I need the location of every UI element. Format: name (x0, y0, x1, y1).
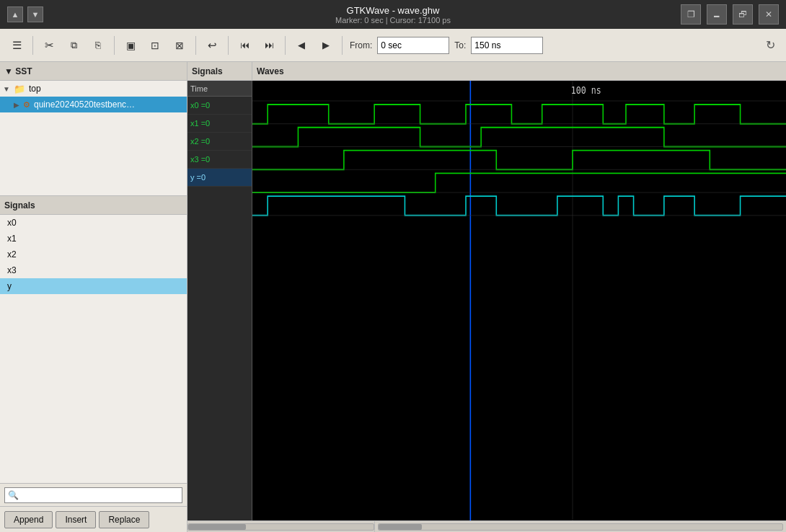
window-subtitle: Marker: 0 sec | Cursor: 17100 ps (335, 16, 451, 25)
wave-label-x1: x1 =0 (190, 119, 210, 128)
tree-item-top[interactable]: ▼ 📁 top (0, 81, 187, 97)
folder-icon: 📁 (14, 84, 25, 94)
toolbar-sep-5 (285, 36, 286, 55)
cut-button[interactable]: ✂ (38, 35, 60, 56)
wave-row-x0[interactable]: x0 =0 (187, 97, 252, 115)
right-scrollbar-thumb[interactable] (379, 524, 422, 530)
canvas-area[interactable]: 100 ns (252, 81, 786, 520)
signals-section: Signals x0 x1 x2 x3 y (0, 196, 187, 532)
last-button[interactable]: ⏭ (258, 35, 280, 56)
paste-button[interactable]: ⎘ (87, 35, 109, 56)
titlebar-left: ▲ ▼ (7, 6, 43, 22)
wave-label-x3: x3 =0 (190, 155, 210, 164)
right-scrollbar[interactable] (375, 521, 786, 532)
titlebar: ▲ ▼ GTKWave - wave.ghw Marker: 0 sec | C… (0, 0, 786, 29)
signals-label: Signals (4, 200, 35, 210)
titlebar-center: GTKWave - wave.ghw Marker: 0 sec | Curso… (335, 5, 451, 25)
signal-label-x0: x0 (7, 218, 17, 228)
wave-area: Time x0 =0 x1 =0 x2 =0 x3 =0 y =0 (187, 81, 786, 520)
wave-label-y: y =0 (190, 173, 206, 182)
minimize-button[interactable]: 🗕 (707, 4, 727, 25)
copy-button[interactable]: ⧉ (63, 35, 84, 56)
signal-label-x3: x3 (7, 265, 17, 275)
left-scrollbar-thumb[interactable] (188, 524, 246, 530)
signal-names-col: Time x0 =0 x1 =0 x2 =0 x3 =0 y =0 (187, 81, 252, 520)
signal-label-x1: x1 (7, 234, 17, 244)
svg-text:100 ns: 100 ns (571, 84, 601, 96)
toolbar-sep-3 (195, 36, 196, 55)
search-bar: 🔍 (0, 483, 187, 506)
signal-item-y[interactable]: y (0, 278, 187, 294)
toolbar-sep-1 (32, 36, 33, 55)
toolbar-sep-2 (114, 36, 115, 55)
time-row: Time (187, 81, 252, 97)
waves-header-row: Signals Waves (187, 62, 786, 81)
search-icon: 🔍 (8, 490, 19, 500)
module-icon: ⚙ (23, 100, 30, 110)
window-title: GTKWave - wave.ghw (335, 5, 451, 16)
time-label: Time (190, 84, 208, 93)
left-panel: ▼ SST ▼ 📁 top ▶ ⚙ quine20240520testbenc…… (0, 62, 187, 532)
chevron-right-icon: ▶ (14, 101, 19, 109)
sst-tree[interactable]: ▼ 📁 top ▶ ⚙ quine20240520testbenc… (0, 81, 187, 196)
wave-row-x2[interactable]: x2 =0 (187, 133, 252, 151)
wave-label-x0: x0 =0 (190, 101, 210, 110)
first-button[interactable]: ⏮ (234, 35, 255, 56)
search-input[interactable] (22, 490, 179, 500)
signal-item-x2[interactable]: x2 (0, 247, 187, 262)
wave-row-y[interactable]: y =0 (187, 169, 252, 187)
signals-list[interactable]: x0 x1 x2 x3 y (0, 215, 187, 483)
search-input-wrap[interactable]: 🔍 (4, 487, 182, 503)
signal-item-x0[interactable]: x0 (0, 215, 187, 231)
bottom-scrollbar-area (187, 520, 786, 532)
signals-col-label: Signals (192, 66, 223, 76)
append-button[interactable]: Append (4, 511, 53, 528)
sst-label: ▼ SST (4, 66, 32, 76)
sst-header: ▼ SST (0, 62, 187, 81)
to-label: To: (454, 40, 466, 50)
restore-window-button[interactable]: ❐ (681, 4, 701, 25)
chevron-down-icon: ▼ (3, 85, 10, 93)
main-layout: ▼ SST ▼ 📁 top ▶ ⚙ quine20240520testbenc…… (0, 62, 786, 532)
scroll-down-button[interactable]: ▼ (27, 6, 43, 22)
next-button[interactable]: ▶ (315, 35, 337, 56)
signals-header: Signals (0, 196, 187, 215)
maximize-button[interactable]: 🗗 (733, 4, 753, 25)
to-input[interactable] (471, 37, 543, 54)
tree-item-label: top (29, 84, 41, 94)
bottom-buttons: Append Insert Replace (0, 506, 187, 532)
wave-label-x2: x2 =0 (190, 137, 210, 146)
right-scrollbar-track[interactable] (378, 523, 783, 531)
signal-label-x2: x2 (7, 249, 17, 260)
signal-item-x3[interactable]: x3 (0, 262, 187, 278)
close-button[interactable]: ✕ (759, 4, 779, 25)
reload-button[interactable]: ↻ (760, 35, 780, 56)
zoom-fit-button[interactable]: ⊡ (144, 35, 166, 56)
wave-row-x1[interactable]: x1 =0 (187, 115, 252, 133)
toolbar: ☰ ✂ ⧉ ⎘ ▣ ⊡ ⊠ ↩ ⏮ ⏭ ◀ ▶ From: To: ↻ (0, 29, 786, 62)
select-all-button[interactable]: ▣ (120, 35, 141, 56)
signal-item-x1[interactable]: x1 (0, 231, 187, 247)
scroll-up-button[interactable]: ▲ (7, 6, 23, 22)
replace-button[interactable]: Replace (99, 511, 149, 528)
waves-col-label: Waves (257, 66, 284, 76)
wave-row-x3[interactable]: x3 =0 (187, 151, 252, 169)
right-panel: Signals Waves Time x0 =0 x1 =0 x2 =0 (187, 62, 786, 532)
zoom-area-button[interactable]: ⊠ (169, 35, 190, 56)
toolbar-sep-6 (342, 36, 343, 55)
menu-button[interactable]: ☰ (6, 35, 27, 56)
from-label: From: (350, 40, 372, 50)
undo-button[interactable]: ↩ (201, 35, 223, 56)
from-input[interactable] (377, 37, 449, 54)
waveform-canvas: 100 ns (252, 81, 786, 520)
toolbar-sep-4 (228, 36, 229, 55)
insert-button[interactable]: Insert (56, 511, 96, 528)
left-scrollbar-track[interactable] (187, 523, 374, 531)
left-scrollbar[interactable] (187, 521, 375, 532)
prev-button[interactable]: ◀ (291, 35, 312, 56)
tree-item-label-quine: quine20240520testbenc… (34, 99, 135, 110)
tree-item-quine[interactable]: ▶ ⚙ quine20240520testbenc… (0, 97, 187, 112)
window-controls: ❐ 🗕 🗗 ✕ (681, 4, 779, 25)
waves-col-header: Waves (252, 62, 786, 80)
signal-label-y: y (7, 281, 12, 291)
